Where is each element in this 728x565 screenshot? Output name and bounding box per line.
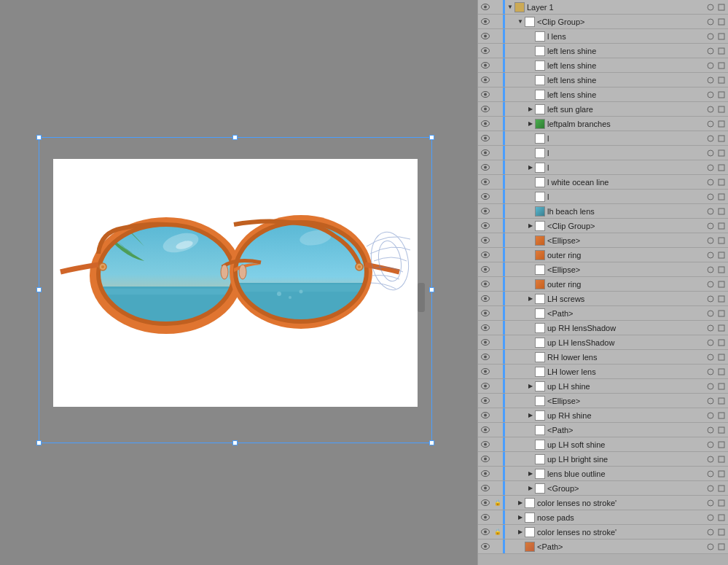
expand-arrow[interactable]: ▶ (526, 106, 535, 112)
layer-row[interactable]: ▶lens blue outline (478, 467, 728, 481)
eye-icon[interactable] (478, 485, 493, 491)
layer-visibility-button[interactable] (716, 2, 727, 12)
eye-icon[interactable] (478, 222, 493, 229)
layer-options-button[interactable] (705, 192, 716, 202)
layer-row[interactable]: l (478, 190, 728, 204)
layer-options-button[interactable] (705, 250, 716, 260)
canvas-scrollbar-thumb[interactable] (418, 283, 425, 312)
layers-container[interactable]: ▼Layer 1▼<Clip Group>l lensleft lens shi… (478, 0, 728, 565)
eye-icon[interactable] (478, 295, 493, 302)
handle-tc[interactable] (232, 135, 238, 140)
layer-visibility-button[interactable] (716, 265, 727, 275)
layer-options-button[interactable] (705, 513, 716, 523)
handle-br[interactable] (429, 440, 434, 445)
layer-row[interactable]: up RH lensShadow (478, 321, 728, 335)
layer-visibility-button[interactable] (716, 148, 727, 158)
expand-arrow[interactable]: ▼ (516, 18, 525, 25)
layer-row[interactable]: up LH bright sine (478, 452, 728, 467)
layer-visibility-button[interactable] (716, 352, 727, 362)
layer-row[interactable]: RH lower lens (478, 350, 728, 365)
layer-options-button[interactable] (705, 61, 716, 71)
layer-options-button[interactable] (705, 381, 716, 391)
layer-row[interactable]: ▶up LH shine (478, 379, 728, 394)
eye-icon[interactable] (478, 193, 493, 200)
handle-ml[interactable] (36, 287, 42, 292)
eye-icon[interactable] (478, 62, 493, 69)
eye-icon[interactable] (478, 208, 493, 214)
layer-options-button[interactable] (705, 527, 716, 537)
handle-tr[interactable] (429, 135, 434, 140)
eye-icon[interactable] (478, 412, 493, 418)
layer-options-button[interactable] (705, 440, 716, 450)
layer-visibility-button[interactable] (716, 119, 727, 129)
layer-row[interactable]: 🔒▶color lenses no stroke' (478, 525, 728, 539)
layer-visibility-button[interactable] (716, 454, 727, 464)
eye-icon[interactable] (478, 310, 493, 316)
layer-visibility-button[interactable] (716, 338, 727, 348)
layer-row[interactable]: l (478, 146, 728, 160)
eye-icon[interactable] (478, 120, 493, 127)
layer-options-button[interactable] (705, 498, 716, 508)
layer-options-button[interactable] (705, 163, 716, 173)
layer-row[interactable]: ▶up RH shine (478, 408, 728, 423)
layer-row[interactable]: ▶<Group> (478, 481, 728, 496)
layer-visibility-button[interactable] (716, 367, 727, 377)
layer-row[interactable]: up LH lensShadow (478, 335, 728, 350)
eye-icon[interactable] (478, 252, 493, 258)
layer-row[interactable]: ▶LH screws (478, 292, 728, 306)
layer-options-button[interactable] (705, 235, 716, 246)
layer-options-button[interactable] (705, 279, 716, 289)
layer-row[interactable]: <Ellipse> (478, 262, 728, 277)
eye-icon[interactable] (478, 514, 493, 521)
layer-options-button[interactable] (705, 338, 716, 348)
expand-arrow[interactable]: ▶ (516, 499, 525, 506)
layer-visibility-button[interactable] (716, 31, 727, 42)
eye-icon[interactable] (478, 529, 493, 535)
layer-options-button[interactable] (705, 323, 716, 333)
layer-options-button[interactable] (705, 265, 716, 275)
layer-options-button[interactable] (705, 2, 716, 12)
layer-row[interactable]: ▶<Clip Group> (478, 219, 728, 233)
expand-arrow[interactable]: ▶ (526, 164, 535, 171)
expand-arrow[interactable]: ▶ (526, 485, 535, 491)
layer-options-button[interactable] (705, 104, 716, 114)
eye-icon[interactable] (478, 179, 493, 185)
layer-options-button[interactable] (705, 75, 716, 85)
layer-options-button[interactable] (705, 469, 716, 479)
layer-row[interactable]: l lens (478, 29, 728, 44)
eye-icon[interactable] (478, 281, 493, 287)
layer-options-button[interactable] (705, 119, 716, 129)
layer-options-button[interactable] (705, 396, 716, 406)
layer-row[interactable]: outer ring (478, 277, 728, 292)
eye-icon[interactable] (478, 383, 493, 389)
expand-arrow[interactable]: ▶ (526, 383, 535, 389)
eye-icon[interactable] (478, 149, 493, 156)
eye-icon[interactable] (478, 33, 493, 39)
layer-row[interactable]: ▶l (478, 160, 728, 175)
eye-icon[interactable] (478, 470, 493, 477)
layer-visibility-button[interactable] (716, 279, 727, 289)
layer-row[interactable]: ▶leftpalm branches (478, 117, 728, 131)
layer-options-button[interactable] (705, 46, 716, 56)
layer-row[interactable]: <Path> (478, 539, 728, 554)
eye-icon[interactable] (478, 106, 493, 112)
layer-visibility-button[interactable] (716, 17, 727, 27)
layer-visibility-button[interactable] (716, 323, 727, 333)
layer-row[interactable]: outer ring (478, 248, 728, 262)
layer-row[interactable]: ▶nose pads (478, 510, 728, 525)
layer-options-button[interactable] (705, 221, 716, 231)
layer-options-button[interactable] (705, 454, 716, 464)
eye-icon[interactable] (478, 135, 493, 141)
layer-visibility-button[interactable] (716, 527, 727, 537)
eye-icon[interactable] (478, 499, 493, 506)
layer-visibility-button[interactable] (716, 483, 727, 494)
eye-icon[interactable] (478, 77, 493, 83)
eye-icon[interactable] (478, 339, 493, 346)
layer-options-button[interactable] (705, 308, 716, 319)
layer-row[interactable]: l (478, 131, 728, 146)
layer-visibility-button[interactable] (716, 206, 727, 217)
expand-arrow[interactable]: ▶ (526, 120, 535, 127)
eye-icon[interactable] (478, 441, 493, 448)
eye-icon[interactable] (478, 4, 493, 10)
layer-options-button[interactable] (705, 483, 716, 494)
